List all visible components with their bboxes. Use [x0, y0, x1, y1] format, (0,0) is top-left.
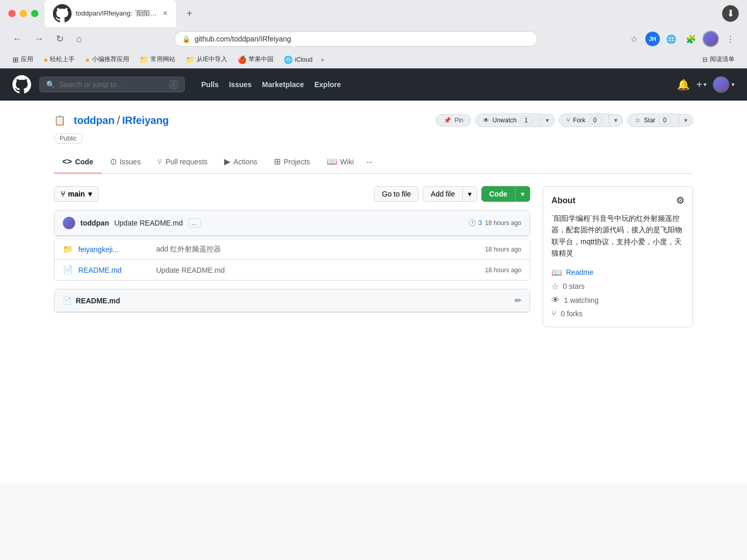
search-input[interactable]: [59, 80, 165, 89]
github-logo[interactable]: [12, 75, 31, 94]
repo-owner-link[interactable]: toddpan: [74, 115, 115, 127]
watching-count: 1 watching: [564, 296, 599, 304]
actions-tab-icon: ▶: [224, 157, 230, 166]
commit-row: toddpan Update README.md ... 🕐 3 18 hour…: [54, 211, 530, 236]
about-settings-icon[interactable]: ⚙: [676, 195, 684, 206]
user-menu-arrow: ▾: [731, 81, 735, 88]
table-row: 📄 README.md Update README.md 18 hours ag…: [54, 260, 530, 280]
repo-name-link[interactable]: IRfeiyang: [122, 115, 169, 127]
profile-jh-button[interactable]: JH: [645, 32, 660, 46]
tab-wiki[interactable]: 📖 Wiki: [319, 150, 362, 174]
folder-icon: 📁: [63, 244, 73, 254]
user-avatar-button[interactable]: [702, 31, 719, 47]
bookmark-common-sites[interactable]: 📁 常用网站: [135, 53, 179, 65]
go-to-file-button[interactable]: Go to file: [374, 186, 419, 202]
tab-pull-requests[interactable]: ⑂ Pull requests: [149, 151, 216, 174]
stars-meta-item: ☆ 0 stars: [551, 282, 684, 291]
tabs-more-button[interactable]: ···: [366, 158, 372, 166]
minimize-window-button[interactable]: [20, 10, 27, 17]
github-sidebar: About ⚙ `阳阳学编程`抖音号中玩的红外射频遥控器，配套固件的源代码，接入…: [543, 186, 693, 335]
star-dropdown-button[interactable]: ▾: [679, 114, 693, 127]
tab-close-button[interactable]: ×: [163, 9, 168, 18]
readme-meta-icon: 📖: [551, 268, 562, 277]
commit-history-link[interactable]: 🕐 3: [468, 219, 482, 227]
unwatch-dropdown-button[interactable]: ▾: [541, 114, 555, 127]
add-file-label: Add file: [431, 190, 455, 198]
bookmark-import-ie[interactable]: 📁 从IE中导入: [182, 53, 231, 65]
forks-count: 0 forks: [561, 310, 583, 318]
commit-time: 🕐 3 18 hours ago: [468, 219, 521, 227]
fork-dropdown-button[interactable]: ▾: [609, 114, 623, 127]
forward-button[interactable]: →: [30, 32, 48, 47]
fork-count: 0: [589, 116, 602, 124]
star-button-group: ☆ Star 0 ▾: [627, 114, 693, 127]
code-dropdown-button[interactable]: ▾: [515, 186, 530, 202]
bookmark-more-button[interactable]: »: [321, 56, 324, 63]
address-bar[interactable]: 🔒 github.com/toddpan/IRfeiyang: [174, 31, 537, 47]
tab-code[interactable]: <> Code: [54, 151, 102, 174]
bookmark-star-button[interactable]: ☆: [626, 31, 642, 47]
commit-author[interactable]: toddpan: [80, 219, 109, 227]
star-button[interactable]: ☆ Star 0: [627, 114, 679, 127]
tab-issues[interactable]: ⊙ Issues: [102, 150, 149, 174]
breadcrumb: toddpan / IRfeiyang: [74, 113, 169, 128]
back-button[interactable]: ←: [8, 32, 26, 47]
github-search[interactable]: 🔍 /: [39, 77, 185, 92]
issues-tab-icon: ⊙: [110, 157, 117, 166]
stars-icon: ☆: [551, 282, 559, 291]
about-section: About ⚙ `阳阳学编程`抖音号中玩的红外射频遥控器，配套固件的源代码，接入…: [543, 186, 693, 327]
maximize-window-button[interactable]: [31, 10, 38, 17]
user-menu-button[interactable]: ▾: [713, 76, 735, 93]
new-tab-button[interactable]: +: [182, 6, 197, 22]
browser-nav-icons: ☆ JH 🌐 🧩 ⋮: [626, 31, 739, 47]
reading-list-button[interactable]: ⊟ 阅读清单: [698, 53, 739, 65]
commit-ellipsis-button[interactable]: ...: [188, 218, 201, 228]
bookmark-apple-china[interactable]: 🍎 苹果中国: [233, 53, 278, 65]
tab-actions[interactable]: ▶ Actions: [216, 150, 266, 174]
translate-button[interactable]: 🌐: [663, 31, 680, 47]
notification-bell-icon[interactable]: 🔔: [677, 78, 690, 91]
new-item-button[interactable]: + ▾: [696, 79, 707, 91]
file-name-link[interactable]: feiyangkeji...: [78, 245, 151, 254]
close-window-button[interactable]: [8, 10, 16, 17]
pin-button[interactable]: 📌 Pin: [436, 114, 471, 127]
extensions-button[interactable]: 🧩: [683, 31, 699, 47]
nav-issues[interactable]: Issues: [229, 80, 252, 89]
nav-explore[interactable]: Explore: [314, 80, 341, 89]
about-title: About ⚙: [551, 195, 684, 206]
files-panel: ⑂ main ▾ Go to file Add file ▾: [54, 186, 530, 335]
tab-title: toddpan/IRfeiyang: `阳阳学编程`...: [76, 9, 159, 18]
bookmark-easy-start[interactable]: ● 轻松上手: [39, 53, 79, 65]
bookmark-apps[interactable]: ⊞ 应用: [8, 53, 37, 65]
code-button[interactable]: Code: [481, 186, 515, 202]
bookmark-icloud[interactable]: 🌐 iCloud: [280, 54, 316, 65]
browser-profile-icon[interactable]: ⬇: [722, 5, 739, 22]
repo-separator: /: [117, 113, 120, 128]
commit-author-avatar: [63, 217, 75, 229]
tab-projects[interactable]: ⊞ Projects: [266, 150, 319, 174]
code-tab-icon: <>: [62, 157, 72, 166]
branch-selector[interactable]: ⑂ main ▾: [54, 186, 99, 202]
reload-button[interactable]: ↻: [52, 31, 68, 47]
unwatch-count: 1: [520, 116, 533, 124]
browser-tab[interactable]: toddpan/IRfeiyang: `阳阳学编程`... ×: [45, 0, 176, 27]
readme-edit-button[interactable]: ✏: [515, 296, 521, 305]
readme-meta-link[interactable]: Readme: [566, 268, 593, 276]
fork-label: Fork: [573, 117, 586, 124]
github-tab-icon: [53, 4, 72, 23]
file-name-link[interactable]: README.md: [78, 266, 151, 274]
add-file-button[interactable]: Add file: [423, 186, 462, 202]
github-main: 📋 toddpan / IRfeiyang 📌 Pin 👁 Unwatch: [42, 101, 706, 348]
github-page: 🔍 / Pulls Issues Marketplace Explore 🔔 +…: [0, 68, 747, 483]
unwatch-button[interactable]: 👁 Unwatch 1: [475, 114, 540, 127]
file-time: 18 hours ago: [485, 267, 521, 274]
tab-actions-label: Actions: [233, 158, 257, 166]
nav-pulls[interactable]: Pulls: [201, 80, 218, 89]
browser-menu-button[interactable]: ⋮: [722, 31, 739, 47]
bookmark-recommended-apps[interactable]: ● 小编推荐应用: [81, 53, 133, 65]
nav-marketplace[interactable]: Marketplace: [262, 80, 304, 89]
add-file-dropdown[interactable]: ▾: [462, 186, 477, 202]
file-list: 📁 feiyangkeji... add 红外射频遥控器 18 hours ag…: [54, 239, 530, 281]
home-button[interactable]: ⌂: [72, 32, 86, 47]
fork-button[interactable]: ⑂ Fork 0: [559, 114, 610, 127]
